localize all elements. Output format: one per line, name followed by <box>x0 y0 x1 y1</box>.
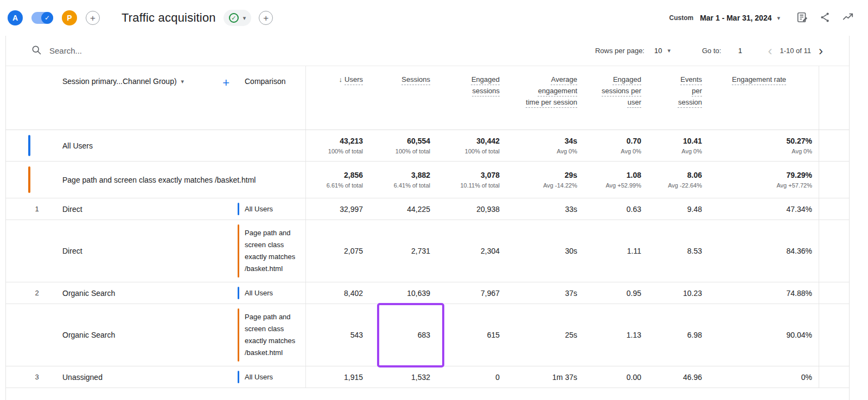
search-icon <box>31 44 42 57</box>
metric-cell: 74.88% <box>709 282 819 304</box>
metric-cell: 33s <box>506 198 584 220</box>
date-range-picker[interactable]: Mar 1 - Mar 31, 2024 ▾ <box>700 14 780 22</box>
metric-cell-highlighted: 683 <box>369 304 437 366</box>
table-row: 2Organic Search All Users 8,402 10,639 7… <box>6 282 849 304</box>
comparison-color-bar <box>238 371 239 383</box>
metric-cell: 1m 37s <box>506 366 584 388</box>
metric-cell: 20,938 <box>437 198 506 220</box>
metric-cell: 1.08Avg +52.99% <box>584 162 648 198</box>
metric-cell: 84.36% <box>709 220 819 282</box>
comparison-color-bar <box>238 224 239 278</box>
comparison-chip-page-path[interactable]: P <box>62 10 77 25</box>
metric-cell: 1.11 <box>584 220 648 282</box>
chevron-down-icon: ▾ <box>667 47 671 54</box>
topbar-actions: Custom Mar 1 - Mar 31, 2024 ▾ <box>669 9 868 27</box>
column-spacer <box>819 130 849 161</box>
channel-label: Direct <box>62 247 82 255</box>
table-row: 1Direct All Users 32,997 44,225 20,938 3… <box>6 198 849 220</box>
metric-cell: 1,915 <box>305 366 369 388</box>
goto-label: Go to: <box>702 47 721 55</box>
next-page-button[interactable]: › <box>819 44 823 57</box>
column-header-avg-engagement-time[interactable]: Average engagement time per session <box>506 66 584 130</box>
search-input[interactable] <box>49 46 223 55</box>
customize-report-icon <box>796 11 808 25</box>
metric-cell: 37s <box>506 282 584 304</box>
rows-per-page-select[interactable]: 10 ▾ <box>654 47 671 55</box>
comparison-color-bar <box>238 203 239 215</box>
metric-cell: 34sAvg 0% <box>506 130 584 161</box>
dimension-selector[interactable]: Session primary...Channel Group) ▾ <box>62 77 184 86</box>
customize-report-button[interactable] <box>794 9 810 27</box>
report-status-dropdown[interactable]: ✓ ▾ <box>224 10 252 26</box>
metric-cell: 0% <box>709 366 819 388</box>
metric-cell: 46.96 <box>648 366 709 388</box>
metric-cell: 0.63 <box>584 198 648 220</box>
metric-cell: 0.70Avg 0% <box>584 130 648 161</box>
pagination-range: 1-10 of 11 <box>780 47 811 55</box>
column-header-engaged-sessions-per-user[interactable]: Engaged sessions per user <box>584 66 648 130</box>
metric-cell: 43,213100% of total <box>305 130 369 161</box>
channel-label: Organic Search <box>62 289 115 298</box>
goto-page-input[interactable]: 1 <box>736 47 744 55</box>
page-title: Traffic acquisition <box>122 11 216 25</box>
metric-cell: 2,304 <box>437 220 506 282</box>
report-table-card: Rows per page: 10 ▾ Go to: 1 ‹ 1-10 of 1… <box>5 36 850 400</box>
row-number: 1 <box>28 205 46 213</box>
column-header-users[interactable]: ↓Users <box>305 66 369 130</box>
share-button[interactable] <box>817 9 833 27</box>
add-dimension-button[interactable]: + <box>222 77 229 89</box>
metric-cell: 10.41Avg 0% <box>648 130 709 161</box>
column-header-engagement-rate[interactable]: Engagement rate <box>709 66 819 130</box>
metric-cell: 10,639 <box>369 282 437 304</box>
comparison-color-bar <box>238 287 239 299</box>
add-comparison-button[interactable]: + <box>86 11 100 25</box>
column-spacer <box>819 304 849 366</box>
metric-cell: 1,532 <box>369 366 437 388</box>
totals-label: All Users <box>62 140 93 152</box>
totals-row-all-users: All Users 43,213100% of total 60,554100%… <box>6 130 849 162</box>
metric-cell: 8.53 <box>648 220 709 282</box>
metric-cell: 3,07810.11% of total <box>437 162 506 198</box>
channel-label: Direct <box>62 205 82 214</box>
add-report-button[interactable]: + <box>259 11 273 25</box>
comparison-label: All Users <box>245 203 273 215</box>
metric-cell: 90.04% <box>709 304 819 366</box>
metric-cell: 543 <box>305 304 369 366</box>
comparison-chip-all-users[interactable]: A <box>8 10 23 25</box>
metric-cell: 25s <box>506 304 584 366</box>
metric-cell: 8,402 <box>305 282 369 304</box>
comparison-color-bar <box>28 166 30 193</box>
topbar: A ✓ P + Traffic acquisition ✓ ▾ + Custom… <box>0 0 868 36</box>
rows-per-page-label: Rows per page: <box>595 47 644 55</box>
highlight-box <box>377 303 444 367</box>
share-icon <box>819 11 831 25</box>
checkmark-icon: ✓ <box>229 13 239 23</box>
comparison-column-header: Comparison <box>237 66 305 130</box>
metric-cell: 0 <box>437 366 506 388</box>
comparison-label: All Users <box>245 371 273 383</box>
sort-descending-icon: ↓ <box>339 75 343 83</box>
totals-label-cell: All Users <box>6 130 305 161</box>
chevron-down-icon: ▾ <box>243 15 246 22</box>
comparison-label: All Users <box>245 287 273 299</box>
comparison-toggle[interactable]: ✓ <box>31 12 53 24</box>
column-header-sessions[interactable]: Sessions <box>369 66 437 130</box>
date-range-value: Mar 1 - Mar 31, 2024 <box>700 14 771 22</box>
column-spacer <box>819 66 849 130</box>
column-header-events-per-session[interactable]: Events per session <box>648 66 709 130</box>
chevron-down-icon: ▾ <box>181 78 184 85</box>
date-range-type-label: Custom <box>669 14 694 22</box>
metric-cell: 29sAvg -14.22% <box>506 162 584 198</box>
previous-page-button[interactable]: ‹ <box>768 44 772 57</box>
comparison-color-bar <box>238 308 239 362</box>
insights-icon <box>842 11 854 25</box>
column-header-engaged-sessions[interactable]: Engaged sessions <box>437 66 506 130</box>
chevron-down-icon: ▾ <box>777 15 780 22</box>
metric-cell: 1.13 <box>584 304 648 366</box>
comparison-color-bar <box>28 135 30 156</box>
metric-cell: 9.48 <box>648 198 709 220</box>
metric-cell: 2,075 <box>305 220 369 282</box>
metric-cell: 79.29%Avg +57.72% <box>709 162 819 198</box>
insights-button[interactable] <box>840 9 856 27</box>
totals-label-cell: Page path and screen class exactly match… <box>6 162 305 198</box>
